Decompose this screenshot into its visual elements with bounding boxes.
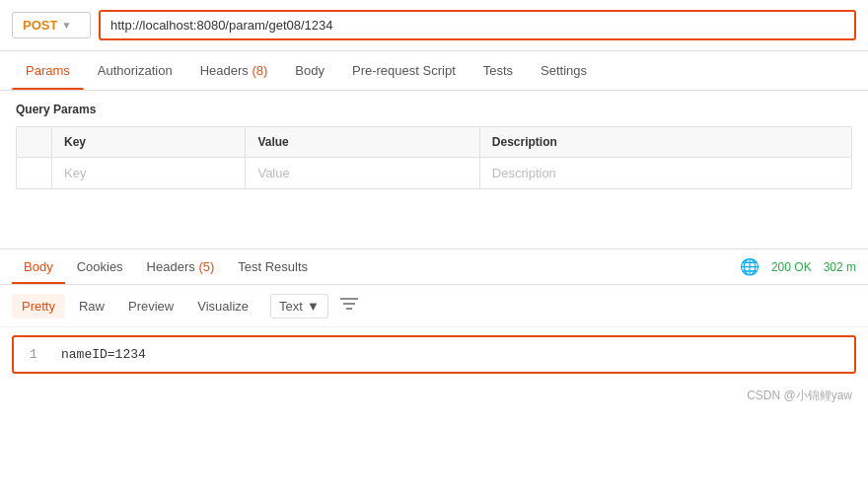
watermark-text: CSDN @小锦鲤yaw [747,389,852,402]
response-tab-test-results[interactable]: Test Results [226,249,320,284]
format-type-chevron-icon: ▼ [307,299,320,314]
format-visualize-btn[interactable]: Visualize [187,294,258,318]
response-status: 🌐 200 OK 302 m [740,257,856,276]
value-col-header: Value [246,127,479,158]
key-col-header: Key [52,127,246,158]
url-input[interactable] [99,10,856,40]
format-preview-btn[interactable]: Preview [118,294,183,318]
query-params-section: Query Params Key Value Description Key V… [0,91,868,189]
url-bar: POST ▼ [0,0,868,51]
format-pretty-btn[interactable]: Pretty [12,294,65,318]
method-select[interactable]: POST ▼ [12,12,91,38]
response-time: 302 m [824,260,856,274]
response-tab-headers[interactable]: Headers (5) [135,249,227,284]
response-section: Body Cookies Headers (5) Test Results 🌐 … [0,248,868,410]
method-label: POST [23,18,57,33]
watermark: CSDN @小锦鲤yaw [0,382,868,410]
response-tabs: Body Cookies Headers (5) Test Results 🌐 … [0,249,868,285]
status-code: 200 OK [771,260,812,274]
format-type-select[interactable]: Text ▼ [270,294,328,318]
params-table: Key Value Description Key Value Descript… [16,126,852,189]
tab-authorization[interactable]: Authorization [84,51,186,90]
tab-body[interactable]: Body [281,51,338,90]
format-type-label: Text [279,299,303,314]
description-col-header: Description [479,127,851,158]
request-tabs: Params Authorization Headers (8) Body Pr… [0,51,868,91]
tab-pre-request-script[interactable]: Pre-request Script [338,51,470,90]
checkbox-cell [17,158,52,189]
method-chevron-icon: ▼ [61,20,71,31]
code-output: 1 nameID=1234 [12,335,856,374]
tab-settings[interactable]: Settings [527,51,601,90]
headers-badge: (8) [252,63,267,78]
format-toolbar: Pretty Raw Preview Visualize Text ▼ [0,285,868,327]
query-params-title: Query Params [16,103,852,116]
value-placeholder-cell[interactable]: Value [246,158,479,189]
table-row-placeholder: Key Value Description [17,158,852,189]
response-tab-body[interactable]: Body [12,249,65,284]
code-content: nameID=1234 [61,347,146,362]
response-headers-badge: (5) [198,259,214,274]
description-placeholder-cell[interactable]: Description [479,158,851,189]
tab-params[interactable]: Params [12,51,84,90]
tab-headers[interactable]: Headers (8) [186,51,282,90]
filter-icon [340,297,358,311]
key-placeholder-cell[interactable]: Key [52,158,246,189]
response-tab-cookies[interactable]: Cookies [65,249,135,284]
filter-icon-btn[interactable] [332,293,366,318]
line-number: 1 [30,347,45,362]
tab-tests[interactable]: Tests [470,51,527,90]
globe-icon: 🌐 [740,257,760,276]
checkbox-col-header [17,127,52,158]
format-raw-btn[interactable]: Raw [69,294,114,318]
